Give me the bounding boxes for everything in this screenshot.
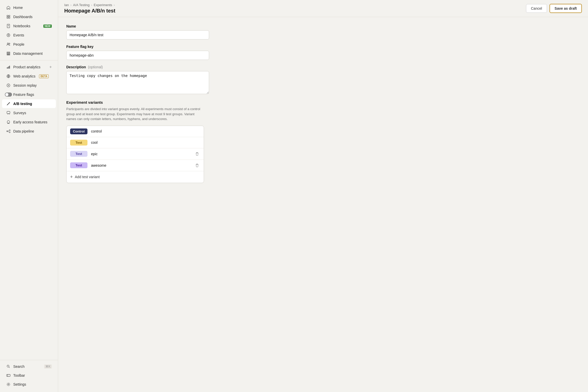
svg-rect-33 [196, 152, 198, 153]
description-input[interactable]: Testing copy changes on the homepage [66, 71, 209, 94]
name-group: Name [66, 24, 209, 40]
sidebar-item-data-pipeline[interactable]: Data pipeline [2, 127, 56, 136]
sidebar-item-settings[interactable]: Settings [2, 380, 56, 389]
variants-title: Experiment variants [66, 100, 209, 104]
test-3-badge: Test [70, 162, 87, 168]
breadcrumb-sep-2: › [91, 3, 92, 7]
trash-icon [195, 152, 199, 156]
events-icon [6, 33, 11, 37]
product-analytics-add-btn[interactable]: + [49, 65, 52, 69]
svg-point-24 [9, 130, 10, 131]
header-left: Ian › A/A Testing › Experiments › Homepa… [64, 3, 115, 14]
page-title: Homepage A/B/n test [64, 8, 115, 14]
sidebar-item-session-replay[interactable]: Session replay [2, 81, 56, 90]
data-management-icon [6, 51, 11, 56]
save-draft-button[interactable]: Save as draft [549, 4, 582, 13]
svg-line-27 [8, 131, 9, 132]
breadcrumb-ian[interactable]: Ian [64, 3, 69, 7]
svg-marker-21 [8, 85, 9, 86]
svg-rect-13 [7, 53, 10, 54]
svg-rect-0 [7, 15, 8, 17]
svg-rect-14 [7, 55, 10, 55]
svg-rect-3 [9, 17, 10, 18]
variant-row-control: Control [67, 126, 204, 137]
name-label: Name [66, 24, 209, 28]
dashboard-icon [6, 15, 11, 19]
settings-icon [6, 382, 11, 387]
main-content: Ian › A/A Testing › Experiments › Homepa… [58, 0, 588, 392]
sidebar: Home Dashboards Notebooks NEW Events Peo… [0, 0, 58, 392]
name-input[interactable] [66, 30, 209, 40]
test-3-input[interactable] [90, 163, 191, 168]
flag-key-input[interactable] [66, 51, 209, 60]
sidebar-item-search[interactable]: Search ⌘K [2, 362, 56, 371]
sidebar-item-data-management[interactable]: Data management [2, 49, 56, 58]
svg-rect-2 [7, 17, 8, 18]
test-2-badge: Test [70, 151, 87, 157]
sidebar-item-events[interactable]: Events [2, 31, 56, 40]
test-1-input[interactable] [90, 140, 200, 145]
svg-point-10 [7, 43, 9, 44]
web-analytics-badge: BETA [39, 74, 49, 78]
svg-rect-1 [9, 15, 10, 17]
sidebar-item-feature-flags[interactable]: Feature flags [2, 90, 56, 99]
flag-key-group: Feature flag key [66, 45, 209, 60]
svg-rect-15 [7, 67, 8, 69]
svg-point-28 [7, 365, 9, 367]
svg-line-29 [9, 367, 10, 368]
add-variant-icon: + [70, 174, 73, 180]
test-2-input[interactable] [90, 151, 191, 156]
svg-point-25 [9, 132, 10, 133]
play-icon [6, 83, 11, 88]
variant-row-test-3: Test [67, 160, 204, 171]
people-icon [6, 42, 11, 47]
trash-icon-2 [195, 163, 199, 167]
sidebar-item-people[interactable]: People [2, 40, 56, 49]
svg-point-23 [7, 131, 8, 132]
svg-rect-36 [196, 164, 198, 165]
content-area: Name Feature flag key Description (optio… [58, 17, 588, 392]
sidebar-item-early-access[interactable]: Early access features [2, 118, 56, 126]
sidebar-item-toolbar[interactable]: Toolbar [2, 371, 56, 380]
rocket-icon [6, 120, 11, 124]
breadcrumb-experiments[interactable]: Experiments [94, 3, 112, 7]
breadcrumb: Ian › A/A Testing › Experiments › [64, 3, 115, 7]
svg-point-8 [8, 35, 9, 36]
notebook-icon [6, 24, 11, 28]
search-shortcut: ⌘K [44, 364, 52, 369]
sidebar-item-dashboards[interactable]: Dashboards [2, 12, 56, 21]
svg-rect-30 [7, 374, 10, 376]
svg-rect-17 [9, 66, 10, 69]
sidebar-item-product-analytics[interactable]: Product analytics + [2, 63, 56, 71]
form-section: Name Feature flag key Description (optio… [66, 24, 209, 183]
sidebar-item-ab-testing[interactable]: A/B testing [2, 99, 56, 108]
svg-rect-35 [196, 164, 198, 164]
delete-variant-3-button[interactable] [194, 162, 200, 168]
svg-line-26 [8, 130, 9, 131]
sidebar-item-web-analytics[interactable]: Web analytics BETA [2, 72, 56, 81]
svg-rect-34 [196, 153, 198, 153]
header-actions: Cancel Save as draft [526, 4, 582, 13]
delete-variant-2-button[interactable] [194, 151, 200, 157]
pen-icon [6, 101, 11, 106]
control-input[interactable] [90, 129, 200, 134]
sidebar-item-notebooks[interactable]: Notebooks NEW [2, 22, 56, 30]
svg-point-11 [9, 43, 10, 44]
home-icon [6, 5, 11, 10]
sidebar-item-surveys[interactable]: Surveys [2, 109, 56, 117]
toggle-icon [6, 92, 11, 97]
description-group: Description (optional) Testing copy chan… [66, 65, 209, 95]
svg-point-32 [8, 384, 9, 385]
description-optional: (optional) [88, 65, 103, 69]
toolbar-icon [6, 373, 11, 378]
breadcrumb-sep-1: › [70, 3, 71, 7]
variants-section: Experiment variants Participants are div… [66, 100, 209, 183]
search-icon [6, 364, 11, 369]
cancel-button[interactable]: Cancel [526, 4, 547, 13]
breadcrumb-aa-testing[interactable]: A/A Testing [73, 3, 90, 7]
description-label: Description (optional) [66, 65, 209, 69]
control-badge: Control [70, 128, 87, 134]
add-variant-row[interactable]: + Add test variant [67, 171, 204, 183]
variants-box: Control Test Test [66, 126, 204, 183]
sidebar-item-home[interactable]: Home [2, 3, 56, 12]
